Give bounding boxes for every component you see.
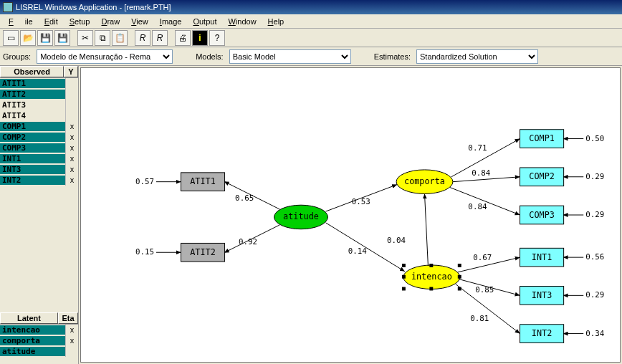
list-item[interactable]: atitude [0,346,78,357]
menu-draw[interactable]: Draw [95,16,125,27]
menu-output[interactable]: Output [187,16,222,27]
list-item[interactable]: ATIT1 [0,78,78,89]
list-item[interactable]: ATIT3 [0,100,78,110]
check-cell[interactable] [65,346,78,357]
svg-text:0.15: 0.15 [135,247,154,257]
svg-text:0.67: 0.67 [473,253,492,262]
list-item[interactable]: ATIT4 [0,110,78,121]
check-cell[interactable]: x [65,325,78,335]
check-cell[interactable] [65,89,78,100]
svg-text:0.85: 0.85 [475,285,494,294]
menu-help[interactable]: Help [262,16,290,27]
svg-rect-16 [429,264,433,267]
node-int1[interactable]: INT1 [532,252,552,262]
svg-text:0.81: 0.81 [470,314,489,323]
svg-text:0.53: 0.53 [352,197,370,206]
node-comp2[interactable]: COMP2 [529,171,555,181]
node-int3[interactable]: INT3 [532,290,552,300]
menu-window[interactable]: Window [222,16,262,27]
list-item[interactable]: INT2x [0,175,78,186]
svg-text:0.04: 0.04 [387,236,406,245]
node-comporta[interactable]: comporta [404,176,445,186]
save2-icon[interactable]: 💾 [54,30,70,46]
svg-text:0.29: 0.29 [585,210,604,219]
observed-y-btn[interactable]: Y [64,66,78,77]
svg-text:0.65: 0.65 [235,193,254,203]
node-atit2[interactable]: ATIT2 [190,247,216,257]
check-cell[interactable] [65,110,78,121]
node-atitude[interactable]: atitude [283,211,319,221]
observed-header: Observed Y [0,66,78,78]
node-intencao[interactable]: intencao [411,272,452,282]
open-icon[interactable]: 📂 [20,30,36,46]
menu-bar: File Edit Setup Draw View Image Output W… [0,14,622,29]
node-comp1[interactable]: COMP1 [529,133,555,143]
check-cell[interactable] [65,78,78,89]
list-item[interactable]: COMP1x [0,121,78,132]
groups-select[interactable]: Modelo de Mensuração - Rema [37,49,173,64]
run1-icon[interactable]: R [135,30,150,46]
latent-eta-btn[interactable]: Eta [58,312,78,324]
menu-edit[interactable]: Edit [39,16,64,27]
svg-text:0.71: 0.71 [468,143,487,153]
cut-icon[interactable]: ✂ [77,30,93,46]
svg-rect-18 [402,287,406,291]
observed-list: ATIT1ATIT2ATIT3ATIT4COMP1xCOMP2xCOMP3xIN… [0,78,78,186]
menu-setup[interactable]: Setup [64,16,96,27]
check-cell[interactable] [65,100,78,110]
check-cell[interactable]: x [65,143,78,153]
latent-header: Latent Eta [0,312,78,325]
observed-head-btn[interactable]: Observed [0,66,64,77]
list-item[interactable]: comportax [0,335,78,346]
toolbar: ▭ 📂 💾 💾 ✂ ⧉ 📋 R R 🖨 i ? [0,29,622,47]
check-cell[interactable]: x [65,121,78,132]
menu-image[interactable]: Image [154,16,188,27]
latent-list: intencaoxcomportaxatitude [0,325,78,357]
help-icon[interactable]: ? [209,30,225,46]
svg-text:0.29: 0.29 [585,172,604,181]
app-icon [3,2,13,12]
window-titlebar: LISREL Windows Application - [remark.PTH… [0,0,622,14]
list-item[interactable]: intencaox [0,325,78,335]
new-icon[interactable]: ▭ [3,30,19,46]
check-cell[interactable]: x [65,175,78,186]
print-icon[interactable]: 🖨 [175,30,191,46]
svg-text:0.92: 0.92 [239,237,257,246]
check-cell[interactable]: x [65,335,78,346]
copy-icon[interactable]: ⧉ [95,30,110,46]
check-cell[interactable]: x [65,153,78,164]
svg-line-32 [453,177,520,182]
svg-rect-22 [458,275,461,279]
list-item[interactable]: INT1x [0,153,78,164]
groups-label: Groups: [3,52,31,61]
check-cell[interactable]: x [65,132,78,143]
estimates-label: Estimates: [374,52,411,61]
latent-head-btn[interactable]: Latent [0,312,58,324]
svg-rect-19 [429,287,433,291]
svg-text:0.14: 0.14 [348,246,367,256]
node-comp3[interactable]: COMP3 [529,210,555,220]
menu-file[interactable]: File [3,16,39,27]
models-select[interactable]: Basic Model [229,49,351,64]
svg-line-25 [424,193,428,266]
info-icon[interactable]: i [192,30,208,46]
check-cell[interactable]: x [65,164,78,175]
left-pane: Observed Y ATIT1ATIT2ATIT3ATIT4COMP1xCOM… [0,66,79,364]
menu-view[interactable]: View [125,16,154,27]
node-int2[interactable]: INT2 [532,328,552,338]
paste-icon[interactable]: 📋 [112,30,128,46]
list-item[interactable]: COMP2x [0,132,78,143]
node-atit1[interactable]: ATIT1 [190,176,216,186]
estimates-select[interactable]: Standardized Solution [416,49,538,64]
selector-bar: Groups: Modelo de Mensuração - Rema Mode… [0,47,622,66]
svg-text:0.84: 0.84 [468,202,487,211]
list-item[interactable]: INT3x [0,164,78,175]
svg-text:0.57: 0.57 [135,177,154,186]
run2-icon[interactable]: R [152,30,168,46]
list-item[interactable]: COMP3x [0,143,78,153]
diagram-canvas[interactable]: ATIT1 ATIT2 0.57 0.15 atitude 0.65 0.92 … [80,67,621,363]
list-item[interactable]: ATIT2 [0,89,78,100]
svg-rect-17 [458,264,461,267]
save-icon[interactable]: 💾 [37,30,53,46]
svg-text:0.34: 0.34 [585,329,604,338]
